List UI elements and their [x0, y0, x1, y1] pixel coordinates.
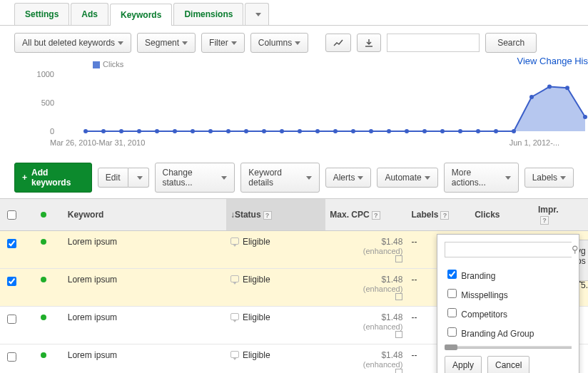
label-search-input[interactable] [445, 242, 572, 257]
filter-toolbar: All but deleted keywords Segment Filter … [0, 26, 588, 60]
svg-point-12 [298, 129, 302, 133]
svg-point-21 [458, 129, 462, 133]
keyword-cell[interactable]: Lorem ipsum [64, 344, 226, 374]
labels-dropdown[interactable]: Labels [524, 168, 574, 188]
row-checkbox[interactable] [7, 315, 16, 324]
svg-point-2 [119, 129, 123, 133]
help-icon[interactable]: ? [263, 211, 272, 220]
add-keywords-button[interactable]: +Add keywords [14, 163, 92, 193]
row-checkbox[interactable] [7, 239, 16, 248]
col-labels[interactable]: Labels? [407, 199, 470, 231]
cancel-button[interactable]: Cancel [487, 356, 529, 373]
svg-point-9 [244, 129, 248, 133]
keyword-cell[interactable]: Lorem ipsum [64, 269, 226, 307]
row-checkbox[interactable] [7, 277, 16, 286]
speech-bubble-icon [230, 237, 239, 245]
x-end-label: Jun 1, 2012-... [510, 138, 559, 147]
x-start-label: Mar 26, 2010-Mar 31, 2010 [50, 138, 145, 147]
status-cell: Eligible [226, 269, 325, 307]
ytick: 0 [50, 127, 54, 136]
status-cell: Eligible [226, 307, 325, 344]
tab-keywords[interactable]: Keywords [110, 4, 172, 26]
svg-point-27 [565, 86, 569, 90]
cpc-value: $1.48 [381, 350, 402, 360]
tab-settings[interactable]: Settings [14, 3, 69, 25]
speech-bubble-icon [230, 275, 239, 282]
columns-dropdown[interactable]: Columns [250, 33, 308, 53]
cpc-value: $1.48 [381, 312, 402, 322]
svg-point-25 [529, 95, 534, 99]
row-checkbox[interactable] [7, 352, 16, 362]
svg-point-0 [83, 129, 88, 133]
edit-icon[interactable] [395, 293, 402, 300]
download-button[interactable] [357, 34, 381, 52]
keyword-cell[interactable]: Lorem ipsum [64, 307, 226, 344]
col-impr[interactable]: Impr.? [534, 199, 588, 231]
tab-more[interactable] [245, 3, 269, 25]
label-option[interactable]: Competitors [445, 303, 572, 322]
change-status-dropdown[interactable]: Change status... [155, 163, 235, 193]
more-actions-dropdown[interactable]: More actions... [444, 163, 519, 193]
scrollbar[interactable] [445, 346, 572, 349]
segment-dropdown[interactable]: Segment [137, 33, 196, 53]
status-dot-icon [41, 239, 46, 245]
automate-dropdown[interactable]: Automate [377, 168, 437, 188]
svg-point-22 [476, 129, 480, 133]
edit-icon[interactable] [395, 255, 402, 262]
tab-ads[interactable]: Ads [71, 3, 108, 25]
svg-point-24 [512, 129, 516, 133]
tab-dimensions[interactable]: Dimensions [173, 3, 243, 25]
edit-caret[interactable] [128, 168, 149, 188]
col-clicks[interactable]: Clicks [470, 199, 534, 231]
status-dot-icon [41, 315, 46, 320]
svg-point-10 [262, 129, 266, 133]
keyword-details-dropdown[interactable]: Keyword details [240, 163, 319, 193]
chart-toggle-button[interactable] [325, 34, 351, 52]
status-cell: Eligible [226, 231, 325, 269]
chevron-down-icon [118, 41, 123, 45]
enhanced-label: (enhanced) [363, 322, 403, 331]
status-cell: Eligible [226, 344, 325, 374]
svg-point-1 [101, 129, 106, 133]
select-all-checkbox[interactable] [7, 210, 16, 220]
enhanced-label: (enhanced) [363, 360, 403, 369]
label-checkbox[interactable] [447, 327, 457, 337]
label-option[interactable]: Branding Ad Group [445, 322, 572, 342]
action-bar: +Add keywords Edit Change status... Keyw… [0, 160, 588, 198]
label-option[interactable]: Misspellings [445, 284, 572, 303]
edit-button[interactable]: Edit [98, 168, 128, 188]
status-dot-icon [41, 212, 46, 218]
label-checkbox[interactable] [447, 308, 457, 317]
cost-fragment: 5. [581, 280, 588, 290]
svg-point-11 [280, 129, 284, 133]
col-keyword[interactable]: Keyword [64, 199, 226, 231]
search-input[interactable] [387, 34, 480, 52]
scope-dropdown[interactable]: All but deleted keywords [14, 33, 131, 53]
search-icon: ⚲ [572, 242, 579, 257]
svg-point-20 [440, 129, 445, 133]
label-option[interactable]: Branding [445, 265, 572, 284]
edit-icon[interactable] [395, 331, 402, 338]
svg-point-7 [208, 129, 213, 133]
edit-icon[interactable] [395, 369, 402, 373]
alerts-dropdown[interactable]: Alerts [325, 168, 372, 188]
keyword-cell[interactable]: Lorem ipsum [64, 231, 226, 269]
labels-popup: ⚲ Branding Misspellings Competitors Bran… [437, 234, 579, 373]
col-maxcpc[interactable]: Max. CPC? [325, 199, 407, 231]
col-status[interactable]: ↓Status? [226, 199, 325, 231]
ytick: 500 [41, 98, 54, 107]
enhanced-label: (enhanced) [363, 285, 403, 293]
svg-point-17 [387, 129, 391, 133]
cpc-value: $1.48 [381, 237, 402, 247]
svg-point-4 [155, 129, 159, 133]
svg-point-3 [137, 129, 141, 133]
search-button[interactable]: Search [485, 33, 537, 53]
apply-button[interactable]: Apply [445, 356, 482, 373]
svg-point-14 [333, 129, 338, 133]
cpc-value: $1.48 [381, 275, 402, 285]
svg-point-18 [405, 129, 409, 133]
label-checkbox[interactable] [447, 270, 457, 279]
filter-dropdown[interactable]: Filter [201, 33, 245, 53]
svg-point-8 [226, 129, 230, 133]
label-checkbox[interactable] [447, 289, 457, 298]
